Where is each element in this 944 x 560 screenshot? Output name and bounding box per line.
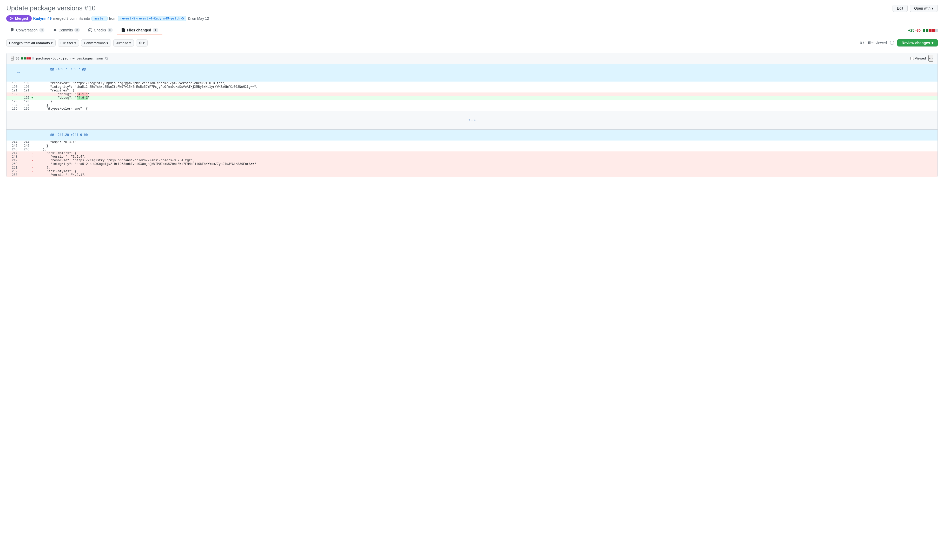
table-row: 189 189 "resolved": "https://registry.np… (6, 82, 938, 85)
code-cell: "resolved": "https://registry.npmjs.org/… (34, 159, 938, 162)
code-cell: }, (31, 103, 938, 107)
base-branch[interactable]: master (91, 16, 107, 21)
expand-down-icon: ⬇ (474, 118, 476, 122)
old-line-num (6, 96, 18, 100)
old-line-num: 190 (6, 85, 18, 89)
viewed-checkbox[interactable]: Viewed (910, 56, 926, 60)
chevron-down-icon-filter: ▾ (74, 41, 76, 45)
viewed-input[interactable] (910, 57, 914, 60)
code-cell: "version": "3.2.4", (34, 155, 938, 159)
table-row: 190 190 "integrity": "sha512-SBuYsh+o35k… (6, 85, 938, 89)
hunk2-header-text: @@ -244,20 +244,6 @@ (50, 133, 88, 137)
code-cell: } (31, 144, 938, 148)
copy-branch-icon[interactable]: ⧉ (188, 16, 191, 21)
expand-separator: ⋯ (471, 118, 473, 122)
expand-row[interactable]: ⬆ ⋯ ⬇ (6, 111, 938, 129)
new-line-num: 192 (18, 96, 31, 100)
code-cell: }, (34, 166, 938, 169)
code-cell: "integrity": "sha512-SBuYsh+o35knItbRW97… (31, 85, 938, 89)
chevron-down-icon-conv: ▾ (106, 41, 108, 45)
diff-marker: + (31, 96, 34, 100)
code-cell: "version": "4.2.1", (34, 173, 938, 177)
diff-file-header-left: ▾ 55 package-lock.json → packages.json ⧉ (11, 56, 108, 61)
old-line-num: 194 (6, 103, 18, 107)
tabs-left: Conversation 9 Commits 3 Checks 0 (6, 26, 162, 35)
from-text: from (109, 16, 116, 20)
tab-checks[interactable]: Checks 0 (84, 26, 117, 35)
stat-blocks (923, 29, 938, 32)
stat-block-2 (926, 29, 929, 32)
table-row: 252 - "ansi-styles": { (6, 169, 938, 173)
conversations-dropdown[interactable]: Conversations ▾ (81, 40, 111, 46)
diff-marker: - (31, 92, 34, 96)
old-line-num: 248 (6, 155, 18, 159)
open-with-button[interactable]: Open with ▾ (910, 5, 938, 12)
mini-block-4 (29, 57, 31, 60)
expand-icon-cell-2[interactable]: ⋯⋯ (6, 129, 31, 141)
info-icon[interactable]: i (890, 41, 894, 45)
old-line-num: 191 (6, 89, 18, 92)
toolbar-right: 0 / 1 files viewed i Review changes ▾ (860, 39, 938, 46)
changes-from-label: Changes from all commits (9, 41, 50, 45)
table-row: 244 244 "amp": "0.3.1" (6, 140, 938, 144)
hunk1-header-text: @@ -189,7 +189,7 @@ (50, 68, 86, 71)
jump-to-dropdown[interactable]: Jump to ▾ (113, 40, 134, 46)
header-actions: Edit Open with ▾ (893, 5, 938, 12)
code-cell: "integrity": "sha512-hHUXGagefjN2iRrID63… (34, 162, 938, 166)
copy-filename-icon[interactable]: ⧉ (105, 56, 108, 60)
table-row: 192 + "debug": "^4.9.3" (6, 96, 938, 100)
new-line-num: 194 (18, 103, 31, 107)
diff-file: ▾ 55 package-lock.json → packages.json ⧉ (6, 53, 938, 177)
table-row: 193 193 } (6, 100, 938, 103)
file-filter-dropdown[interactable]: File filter ▾ (58, 40, 79, 46)
pr-user[interactable]: Kadynm49 (33, 16, 52, 20)
file-options-button[interactable]: ··· (929, 55, 933, 62)
tab-conversation[interactable]: Conversation 9 (6, 26, 49, 35)
table-row: 248 - "version": "3.2.4", (6, 155, 938, 159)
review-changes-button[interactable]: Review changes ▾ (897, 39, 938, 46)
new-line-num (18, 173, 31, 177)
changes-from-dropdown[interactable]: Changes from all commits ▾ (6, 40, 55, 46)
stat-block-1 (923, 29, 925, 32)
viewed-label: Viewed (915, 56, 926, 60)
tab-files-changed[interactable]: Files changed 1 (117, 26, 162, 35)
new-line-num (18, 162, 31, 166)
new-line-num: 193 (18, 100, 31, 103)
checks-icon (88, 28, 92, 32)
diff-file-header: ▾ 55 package-lock.json → packages.json ⧉ (6, 53, 938, 64)
new-line-num (18, 166, 31, 169)
old-line-num: 253 (6, 173, 18, 177)
chevron-down-icon-changes: ▾ (51, 41, 53, 45)
diff-file-header-right: Viewed ··· (910, 55, 933, 62)
stat-block-3 (929, 29, 932, 32)
conversation-icon (11, 28, 15, 32)
table-row: 245 245 } (6, 144, 938, 148)
checks-tab-label: Checks (94, 28, 106, 32)
table-row: 194 194 }, (6, 103, 938, 107)
diff-toolbar: Changes from all commits ▾ File filter ▾… (6, 37, 938, 49)
edit-button[interactable]: Edit (893, 5, 908, 12)
chevron-down-icon-review: ▾ (932, 41, 933, 45)
mini-block-2 (24, 57, 26, 60)
diff-marker: - (31, 159, 34, 162)
expand-cell[interactable]: ⬆ ⋯ ⬇ (6, 111, 938, 129)
settings-dropdown[interactable]: ⚙ ▾ (136, 40, 148, 46)
collapse-button[interactable]: ▾ (11, 56, 14, 61)
commits-icon (53, 28, 57, 32)
head-branch[interactable]: revert-9-revert-4-Kadynm49-patch-5 (118, 16, 186, 21)
diff-marker: - (31, 162, 34, 166)
code-cell: }, (31, 148, 938, 151)
tab-commits[interactable]: Commits 3 (49, 26, 84, 35)
code-cell: "resolved": "https://registry.npmjs.org/… (31, 82, 938, 85)
files-changed-tab-count: 1 (153, 28, 158, 32)
review-changes-label: Review changes (902, 41, 930, 45)
stat-block-4 (932, 29, 935, 32)
new-line-num: 244 (18, 140, 31, 144)
expand-icon-cell[interactable]: ⋯⋯ (6, 64, 31, 82)
old-line-num: 252 (6, 169, 18, 173)
code-cell: "debug": "^4.9.3" (34, 96, 938, 100)
jump-to-label: Jump to (116, 41, 128, 45)
old-line-num: 245 (6, 144, 18, 148)
merged-badge-label: Merged (15, 16, 28, 20)
old-line-num: 249 (6, 159, 18, 162)
